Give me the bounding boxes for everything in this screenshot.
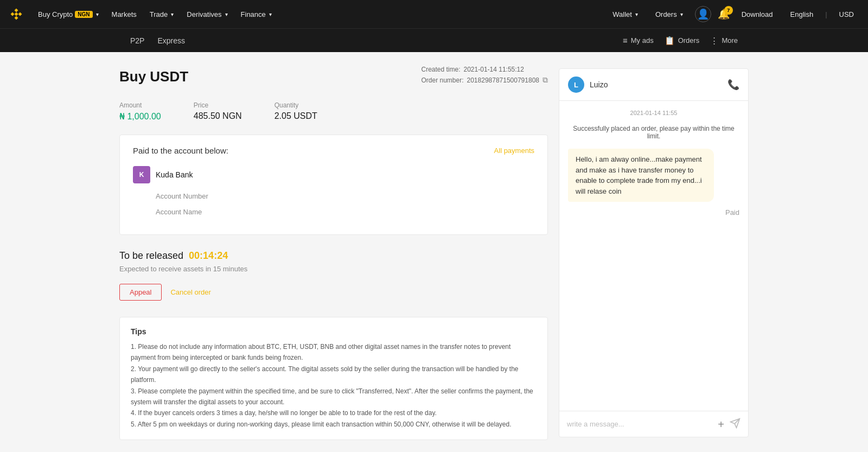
nav-finance[interactable]: Finance ▾ [235,7,277,22]
release-title: To be released 00:14:24 [119,250,548,262]
tips-title: Tips [131,327,537,336]
chat-seller-bubble: Hello, i am alway online...make payment … [568,149,714,202]
chat-send-button[interactable] [730,418,741,430]
created-label: Created time: [421,66,460,73]
amount-value: ₦ 1,000.00 [119,111,161,122]
binance-logo-icon [9,7,24,22]
appeal-button[interactable]: Appeal [119,284,162,301]
price-group: Price 485.50 NGN [194,101,242,122]
account-number-label: Account Number [156,192,534,200]
chat-system-message: Successfully placed an order, please pay… [568,123,739,142]
copy-icon[interactable]: ⧉ [542,75,548,85]
orders-chevron-icon: ▾ [680,11,683,17]
nav-right-section: Wallet ▾ Orders ▾ 👤 🔔 7 Download English… [607,6,859,22]
chat-input-area: + [559,411,748,437]
action-buttons: Appeal Cancel order [119,284,548,301]
subnav-more[interactable]: ⋮ More [710,36,738,46]
notification-badge: 7 [724,6,733,15]
created-value: 2021-01-14 11:55:12 [464,66,524,73]
left-panel: Buy USDT Created time: 2021-01-14 11:55:… [119,68,548,440]
phone-icon[interactable]: 📞 [727,79,739,91]
subnav-right: ≡ My ads 📋 Orders ⋮ More [623,36,738,46]
payment-card-header: Paid to the account below: All payments [133,146,534,155]
nav-language[interactable]: English [785,7,819,22]
notification-bell[interactable]: 🔔 7 [718,8,730,20]
buy-crypto-chevron-icon: ▾ [96,11,99,17]
bank-row: K Kuda Bank [133,166,534,183]
finance-chevron-icon: ▾ [269,11,272,17]
chat-timestamp: 2021-01-14 11:55 [568,110,739,116]
tip-1: 1. Please do not include any information… [131,341,537,364]
quantity-value: 2.05 USDT [275,111,317,121]
tip-2: 2. Your payment will go directly to the … [131,364,537,386]
quantity-label: Quantity [275,101,317,109]
order-number-label: Order number: [421,77,463,84]
my-ads-icon: ≡ [623,36,628,45]
trade-chevron-icon: ▾ [171,11,174,17]
price-label: Price [194,101,242,109]
subnav-items: P2P Express [130,30,623,52]
subnav-orders[interactable]: 📋 Orders [665,36,700,46]
payment-card-title: Paid to the account below: [133,146,228,155]
countdown-timer: 00:14:24 [189,250,228,262]
chat-user-name: Luizo [590,80,608,89]
subnav-p2p[interactable]: P2P [130,30,144,52]
order-number-value: 20182987871500791808 [467,77,539,84]
all-payments-link[interactable]: All payments [494,147,534,155]
account-name-field: Account Name [156,208,534,216]
nav-currency[interactable]: USD [834,7,859,22]
account-name-label: Account Name [156,208,534,216]
avatar-icon: 👤 [697,8,709,20]
order-details: Amount ₦ 1,000.00 Price 485.50 NGN Quant… [119,96,548,122]
user-avatar[interactable]: 👤 [695,6,711,22]
subnav-express[interactable]: Express [157,30,185,52]
tips-section: Tips 1. Please do not include any inform… [119,317,548,440]
order-header: Buy USDT Created time: 2021-01-14 11:55:… [119,68,548,85]
more-dots-icon: ⋮ [710,36,718,46]
chat-panel: L Luizo 📞 2021-01-14 11:55 Successfully … [559,68,749,437]
release-section: To be released 00:14:24 Expected to rece… [119,250,548,273]
amount-group: Amount ₦ 1,000.00 [119,101,161,122]
release-subtitle: Expected to receive assets in 15 minutes [119,265,548,273]
nav-markets[interactable]: Markets [106,7,142,22]
tip-5: 5. After 5 pm on weekdays or during non-… [131,419,537,430]
derivatives-chevron-icon: ▾ [225,11,228,17]
currency-separator: | [825,10,827,18]
main-content: Buy USDT Created time: 2021-01-14 11:55:… [108,52,760,452]
chat-messages: 2021-01-14 11:55 Successfully placed an … [559,101,748,411]
account-number-field: Account Number [156,192,534,200]
nav-orders[interactable]: Orders ▾ [650,7,688,22]
top-navigation: Buy Crypto NGN ▾ Markets Trade ▾ Derivat… [0,0,868,28]
orders-doc-icon: 📋 [665,36,675,46]
quantity-group: Quantity 2.05 USDT [275,101,317,122]
tips-list: 1. Please do not include any information… [131,341,537,430]
tip-3: 3. Please complete the payment within th… [131,386,537,408]
nav-derivatives[interactable]: Derivatives ▾ [181,7,233,22]
price-value: 485.50 NGN [194,111,242,121]
order-meta: Created time: 2021-01-14 11:55:12 Order … [421,66,548,85]
chat-paid-status: Paid [725,208,739,217]
nav-download[interactable]: Download [736,7,778,22]
bank-logo: K [133,166,150,183]
main-nav-items: Buy Crypto NGN ▾ Markets Trade ▾ Derivat… [33,7,605,22]
subnav-my-ads[interactable]: ≡ My ads [623,36,654,45]
sub-navigation: P2P Express ≡ My ads 📋 Orders ⋮ More [0,28,868,52]
chat-add-button[interactable]: + [718,419,724,430]
nav-wallet[interactable]: Wallet ▾ [607,7,643,22]
payment-card: Paid to the account below: All payments … [119,135,548,235]
nav-buy-crypto[interactable]: Buy Crypto NGN ▾ [33,7,104,22]
wallet-chevron-icon: ▾ [635,11,638,17]
amount-label: Amount [119,101,161,109]
tip-4: 4. If the buyer cancels orders 3 times a… [131,408,537,418]
bank-name: Kuda Bank [156,170,193,179]
cancel-order-button[interactable]: Cancel order [170,288,210,296]
chat-user-avatar: L [568,77,584,93]
nav-trade[interactable]: Trade ▾ [144,7,179,22]
chat-header: L Luizo 📞 [559,69,748,101]
chat-message-input[interactable] [567,420,712,428]
logo[interactable] [9,7,24,22]
